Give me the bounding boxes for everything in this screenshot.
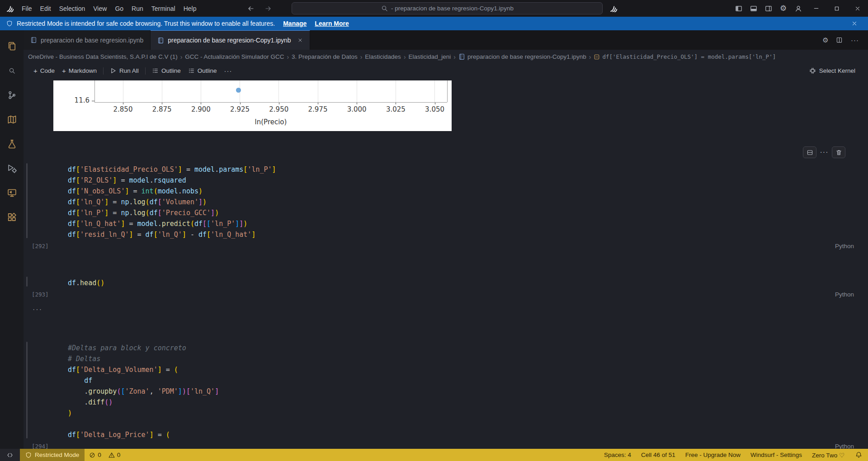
run-all-button[interactable]: Run All	[106, 66, 142, 76]
menu-view[interactable]: View	[89, 0, 111, 17]
code-line[interactable]: df['Delta_Log_Price'] = (	[68, 429, 868, 440]
code-line[interactable]: df.head()	[68, 278, 868, 288]
chart-gridline	[278, 80, 279, 102]
code-line[interactable]: #Deltas para block y concreto	[68, 343, 868, 353]
menu-bar: FileEditSelectionViewGoRunTerminalHelp	[18, 0, 200, 17]
cell-code-editor[interactable]: df.head()	[24, 278, 868, 288]
split-cell-button[interactable]	[803, 146, 816, 158]
banner-close-icon[interactable]	[851, 20, 858, 27]
activity-remote-window-button[interactable]	[6, 187, 18, 198]
shield-icon	[6, 20, 13, 27]
activity-beaker-button[interactable]	[6, 138, 18, 150]
status-cell-46-of-51[interactable]: Cell 46 of 51	[636, 449, 680, 461]
learn-more-link[interactable]: Learn More	[315, 20, 349, 27]
cell-code-editor[interactable]: df['Elasticidad_Precio_OLS'] = model.par…	[24, 164, 868, 240]
code-line[interactable]: df['ln_Q_hat'] = model.predict(df[['ln_P…	[68, 218, 868, 229]
breadcrumb-item[interactable]: OneDrive - Business Data Scientists, S.A…	[28, 53, 178, 60]
code-line[interactable]: df	[68, 375, 868, 386]
toolbar-more-actions-icon[interactable]: ···	[220, 67, 236, 75]
status-spaces-4[interactable]: Spaces: 4	[599, 449, 636, 461]
status-free-upgrade-now[interactable]: Free - Upgrade Now	[680, 449, 745, 461]
tabs: preparacion de base regresion.ipynbprepa…	[24, 30, 310, 50]
activity-source-control-button[interactable]	[6, 89, 18, 101]
chart-gridline	[162, 80, 162, 102]
notifications-bell[interactable]	[849, 449, 868, 461]
activity-map-button[interactable]	[6, 113, 18, 125]
code-line[interactable]: df['Elasticidad_Precio_OLS'] = model.par…	[68, 164, 868, 175]
outline-button-2[interactable]: Outline	[184, 66, 221, 76]
breadcrumb-item[interactable]: preparacion de base regresion-Copy1.ipyn…	[458, 53, 586, 60]
cell-language-picker[interactable]: Python	[835, 243, 854, 249]
remote-indicator[interactable]	[0, 449, 20, 461]
breadcrumb-item[interactable]: 3. Preparación de Datos	[292, 53, 358, 60]
toggle-panel-icon[interactable]	[746, 0, 761, 17]
maximize-button[interactable]	[826, 0, 847, 17]
cell-language-picker[interactable]: Python	[835, 291, 854, 298]
menu-go[interactable]: Go	[111, 0, 127, 17]
collapsed-cells-indicator[interactable]: ···	[33, 306, 42, 314]
breadcrumb-item[interactable]: Elasticidades	[365, 53, 401, 60]
cell-code-editor[interactable]: #Deltas para block y concreto# Deltasdf[…	[24, 343, 868, 440]
tab-preparacion-de-base-regresion-copy1-ipynb[interactable]: preparacion de base regresion-Copy1.ipyn…	[151, 30, 310, 50]
code-line[interactable]: df['Delta_Log_Volumen'] = (	[68, 364, 868, 375]
cell-focus-indicator[interactable]	[26, 342, 28, 438]
add-markdown-button[interactable]: + Markdown	[58, 66, 100, 76]
account-icon[interactable]	[791, 0, 806, 17]
editor-more-actions-icon[interactable]: ···	[847, 36, 863, 44]
menu-run[interactable]: Run	[127, 0, 147, 17]
notebook-toolbar: + Code + Markdown Run All Outline Outlin…	[24, 64, 868, 78]
toggle-sidebar-icon[interactable]	[731, 0, 746, 17]
code-line[interactable]: )	[68, 408, 868, 419]
code-line[interactable]: # Deltas	[68, 353, 868, 364]
cell-more-actions-button[interactable]: ···	[819, 146, 830, 158]
menu-file[interactable]: File	[18, 0, 36, 17]
breadcrumb-item[interactable]: df['Elasticidad_Precio_OLS'] = model.par…	[594, 53, 776, 60]
activity-debug-button[interactable]	[6, 162, 18, 174]
breadcrumb-item[interactable]: GCC - Actualización Simulador GCC	[185, 53, 284, 60]
outline-button-1[interactable]: Outline	[148, 66, 184, 76]
code-line[interactable]: df['resid_ln_Q'] = df['ln_Q'] - df['ln_Q…	[68, 229, 868, 240]
code-line[interactable]	[68, 419, 868, 429]
split-editor-icon[interactable]	[834, 35, 844, 46]
cell-language-picker[interactable]: Python	[835, 443, 854, 449]
manage-link[interactable]: Manage	[283, 20, 307, 27]
menu-help[interactable]: Help	[179, 0, 201, 17]
problems-status[interactable]: 0 0	[85, 449, 125, 461]
cell-focus-indicator[interactable]	[26, 277, 28, 287]
cell-focus-indicator[interactable]	[26, 163, 28, 238]
status-zero-two[interactable]: Zero Two ♡	[807, 449, 849, 461]
tab-preparacion-de-base-regresion-ipynb[interactable]: preparacion de base regresion.ipynb	[24, 30, 151, 50]
history-navigation	[247, 5, 272, 12]
toggle-secondary-sidebar-icon[interactable]	[761, 0, 776, 17]
command-center-search[interactable]: - preparacion de base regresion-Copy1.ip…	[292, 2, 603, 14]
restricted-mode-badge[interactable]: Restricted Mode	[20, 449, 85, 461]
breadcrumb-item[interactable]: Elasticidad_jeni	[409, 53, 451, 60]
delete-cell-button[interactable]	[832, 146, 845, 158]
code-line[interactable]: .diff()	[68, 397, 868, 408]
code-line[interactable]: df['N_obs_OLS'] = int(model.nobs)	[68, 186, 868, 197]
code-line[interactable]: df['R2_OLS'] = model.rsquared	[68, 175, 868, 186]
back-arrow-icon[interactable]	[247, 5, 255, 12]
activity-files-button[interactable]	[6, 40, 18, 52]
breadcrumb-label: OneDrive - Business Data Scientists, S.A…	[28, 53, 178, 60]
code-line[interactable]: .groupby(['Zona', 'PDM'])['ln_Q']	[68, 386, 868, 397]
activity-extensions-button[interactable]	[6, 211, 18, 223]
activity-search-button[interactable]	[6, 65, 18, 76]
breadcrumb: OneDrive - Business Data Scientists, S.A…	[24, 50, 868, 64]
menu-edit[interactable]: Edit	[36, 0, 55, 17]
status-windsurf-settings[interactable]: Windsurf - Settings	[745, 449, 807, 461]
add-code-button[interactable]: + Code	[30, 66, 58, 76]
menu-selection[interactable]: Selection	[55, 0, 90, 17]
run-all-label: Run All	[119, 67, 139, 74]
close-window-button[interactable]	[847, 0, 868, 17]
settings-gear-icon[interactable]: ⚙	[776, 0, 791, 17]
close-icon[interactable]	[297, 38, 303, 43]
menu-terminal[interactable]: Terminal	[147, 0, 179, 17]
select-kernel-button[interactable]: Select Kernel	[809, 67, 868, 74]
editor-settings-gear-icon[interactable]: ⚙	[820, 35, 831, 46]
breadcrumb-label: df['Elasticidad_Precio_OLS'] = model.par…	[602, 53, 776, 60]
code-line[interactable]: df['ln_P'] = np.log(df['Precio_GCC'])	[68, 207, 868, 218]
code-line[interactable]: df['ln_Q'] = np.log(df['Volumen'])	[68, 197, 868, 207]
minimize-button[interactable]	[806, 0, 826, 17]
forward-arrow-icon[interactable]	[264, 5, 272, 12]
